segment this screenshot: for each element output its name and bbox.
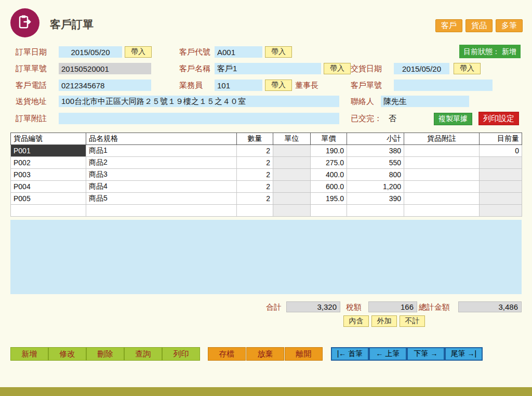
page-title: 客戶訂單 <box>50 17 94 32</box>
cell-current-qty: 0 <box>480 145 522 157</box>
first-record-button[interactable]: |← 首筆 <box>331 347 369 361</box>
salesperson-label: 業務員 <box>179 79 203 91</box>
cell-current-qty <box>480 181 522 193</box>
cell-unit <box>273 157 311 169</box>
delete-button[interactable]: 刪除 <box>86 347 124 361</box>
detail-blank-panel <box>10 220 522 294</box>
cell-qty: 2 <box>237 157 273 169</box>
table-row[interactable]: P002 商品2 2 275.0 550 <box>11 157 522 169</box>
order-note-input[interactable] <box>59 113 339 124</box>
cell-item-note <box>404 157 480 169</box>
cell-item-code: P001 <box>11 145 86 157</box>
delivered-label: 已交完： <box>351 112 382 125</box>
cell-qty: 2 <box>237 181 273 193</box>
table-row[interactable] <box>11 205 522 217</box>
add-button[interactable]: 新增 <box>10 347 48 361</box>
print-settings-button[interactable]: 列印設定 <box>478 112 519 125</box>
cell-qty: 2 <box>237 193 273 205</box>
cell-item-code: P005 <box>11 193 86 205</box>
copy-document-button[interactable]: 複製單據 <box>434 113 472 125</box>
cell-item-spec: 商品5 <box>86 193 237 205</box>
table-row[interactable]: P003 商品3 2 400.0 800 <box>11 169 522 181</box>
edit-button[interactable]: 修改 <box>48 347 86 361</box>
table-row[interactable]: P004 商品4 2 600.0 1,200 <box>11 181 522 193</box>
cell-qty <box>237 205 273 217</box>
cell-unit <box>273 169 311 181</box>
col-header-item-spec: 品名規格 <box>86 133 237 145</box>
cell-unit <box>273 181 311 193</box>
previous-record-button[interactable]: ← 上筆 <box>369 347 407 361</box>
col-header-unit: 單位 <box>273 133 311 145</box>
cell-unit-price: 600.0 <box>311 181 347 193</box>
cell-subtotal: 1,200 <box>347 181 404 193</box>
cell-subtotal: 800 <box>347 169 404 181</box>
cell-unit <box>273 145 311 157</box>
order-date-fetch-button[interactable]: 帶入 <box>125 46 152 58</box>
contact-input[interactable] <box>381 96 469 107</box>
cell-subtotal: 390 <box>347 193 404 205</box>
last-record-button[interactable]: 尾筆 →| <box>445 347 483 361</box>
discard-button[interactable]: 放棄 <box>246 347 284 361</box>
customer-name-input[interactable] <box>215 63 321 74</box>
next-record-button[interactable]: 下筆 → <box>407 347 445 361</box>
exit-button[interactable]: 離開 <box>285 347 323 361</box>
goods-lookup-button[interactable]: 貨品 <box>466 19 493 32</box>
col-header-item-code: 貨品編號 <box>11 133 86 145</box>
delivery-date-fetch-button[interactable]: 帶入 <box>454 63 481 74</box>
tax-included-button[interactable]: 內含 <box>343 315 369 327</box>
tax-added-button[interactable]: 外加 <box>371 315 397 327</box>
cell-qty: 2 <box>237 169 273 181</box>
customer-name-fetch-button[interactable]: 帶入 <box>324 63 351 74</box>
salesperson-title-text: 董事長 <box>295 79 318 91</box>
total-value: 3,320 <box>286 301 340 312</box>
table-row[interactable]: P001 商品1 2 190.0 380 0 <box>11 145 522 157</box>
customer-phone-input[interactable] <box>59 80 151 91</box>
customer-lookup-button[interactable]: 客戶 <box>435 19 462 32</box>
cell-item-note <box>404 169 480 181</box>
delivery-address-input[interactable] <box>59 96 339 107</box>
tax-none-button[interactable]: 不計 <box>400 315 425 327</box>
salesperson-fetch-button[interactable]: 帶入 <box>265 80 292 91</box>
cell-current-qty <box>480 193 522 205</box>
order-number-input <box>59 63 151 74</box>
cell-unit <box>273 205 311 217</box>
cell-item-note <box>404 181 480 193</box>
cell-item-spec: 商品3 <box>86 169 237 181</box>
customer-order-window: 客戶訂單 客戶 貨品 多筆 目前狀態： 新增 訂單日期 帶入 客戶代號 帶入 訂… <box>0 0 532 396</box>
save-button[interactable]: 存檔 <box>208 347 246 361</box>
table-row[interactable]: P005 商品5 2 195.0 390 <box>11 193 522 205</box>
print-button[interactable]: 列印 <box>162 347 200 361</box>
salesperson-input[interactable] <box>215 80 262 91</box>
cell-subtotal: 550 <box>347 157 404 169</box>
tax-value: 166 <box>368 301 417 312</box>
total-label: 合計 <box>266 301 282 313</box>
grand-total-value: 3,486 <box>458 301 522 312</box>
order-items-table: 貨品編號 品名規格 數量 單位 單價 小計 貨品附註 目前量 P001 商品1 … <box>10 133 522 217</box>
app-icon <box>10 8 39 37</box>
cell-current-qty <box>480 157 522 169</box>
customer-order-number-input[interactable] <box>394 80 493 91</box>
clipboard-export-icon <box>17 14 33 32</box>
cell-current-qty <box>480 169 522 181</box>
cell-item-spec: 商品2 <box>86 157 237 169</box>
cell-item-spec: 商品1 <box>86 145 237 157</box>
tax-label: 稅額 <box>346 301 362 313</box>
multi-entry-button[interactable]: 多筆 <box>496 19 523 32</box>
customer-code-fetch-button[interactable]: 帶入 <box>265 46 292 58</box>
delivery-date-input[interactable] <box>394 63 449 74</box>
query-button[interactable]: 查詢 <box>124 347 162 361</box>
cell-item-spec <box>86 205 237 217</box>
cell-unit-price: 190.0 <box>311 145 347 157</box>
col-header-current-qty: 目前量 <box>480 133 522 145</box>
cell-item-code: P003 <box>11 169 86 181</box>
cell-subtotal <box>347 205 404 217</box>
order-date-input[interactable] <box>59 46 122 58</box>
cell-unit <box>273 193 311 205</box>
delivered-value: 否 <box>389 112 396 125</box>
customer-code-input[interactable] <box>215 46 262 58</box>
cell-item-note <box>404 145 480 157</box>
cell-subtotal: 380 <box>347 145 404 157</box>
customer-phone-label: 客戶電話 <box>16 79 47 91</box>
col-header-qty: 數量 <box>237 133 273 145</box>
grand-total-label: 總計金額 <box>419 301 450 313</box>
